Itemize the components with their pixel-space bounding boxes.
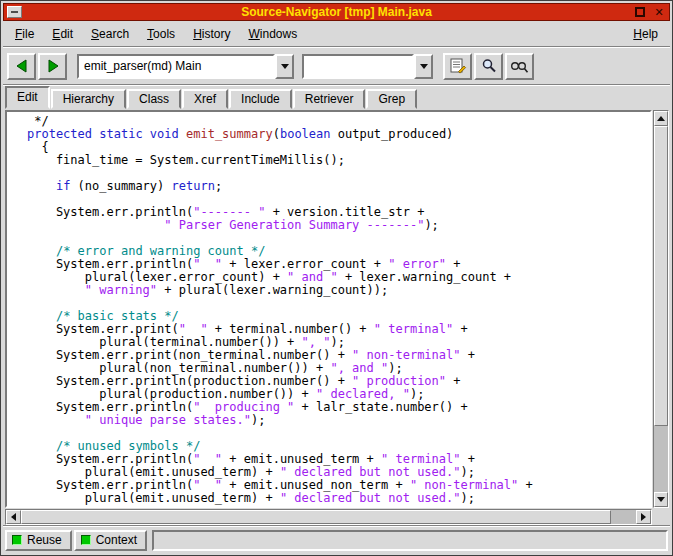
window-menu-icon[interactable]: [7, 6, 22, 18]
vertical-scroll-trough[interactable]: [654, 126, 668, 492]
code-line: " warning" + plural(lexer.warning_count)…: [27, 284, 650, 297]
toolbar: [3, 48, 670, 84]
search-combobox: [302, 54, 433, 79]
scrollbar-corner: [652, 509, 669, 525]
context-toggle-label: Context: [96, 533, 137, 547]
menu-bar: FileEditSearchToolsHistoryWindows Help: [3, 21, 670, 46]
code-line: if (no_summary) return;: [27, 180, 650, 193]
horizontal-scroll-thumb[interactable]: [21, 510, 611, 524]
code-line: plural(emit.unused_term) + " declared bu…: [27, 492, 650, 505]
symbol-combo-input[interactable]: [77, 54, 275, 79]
tab-include[interactable]: Include: [229, 89, 292, 109]
reuse-toggle[interactable]: Reuse: [5, 530, 72, 551]
scroll-right-icon: [641, 513, 646, 521]
retriever-button[interactable]: [505, 53, 534, 80]
search-combo-arrow-icon: [420, 64, 428, 69]
editor-area: */protected static void emit_summary(boo…: [3, 109, 670, 508]
tab-class[interactable]: Class: [127, 89, 181, 109]
scroll-up-button[interactable]: [654, 111, 668, 126]
code-line: " Parser Generation Summary -------");: [27, 219, 650, 232]
maximize-button[interactable]: [633, 6, 647, 19]
tab-edit[interactable]: Edit: [5, 86, 50, 109]
title-bar-buttons: ✕: [633, 6, 666, 19]
close-icon: ✕: [654, 7, 663, 18]
horizontal-scroll-trough[interactable]: [21, 510, 636, 524]
menu-search[interactable]: Search: [82, 22, 138, 46]
window-title: Source-Navigator [tmp] Main.java: [4, 5, 669, 19]
symbol-combo-arrow-button[interactable]: [275, 54, 294, 79]
code-line: protected static void emit_summary(boole…: [27, 128, 650, 141]
status-message-area: [152, 530, 668, 551]
menu-help[interactable]: Help: [624, 22, 667, 46]
window-menu-dash: [11, 11, 18, 13]
menu-history[interactable]: History: [184, 22, 239, 46]
reuse-toggle-label: Reuse: [27, 533, 62, 547]
nav-forward-button[interactable]: [38, 53, 67, 80]
menu-windows[interactable]: Windows: [239, 22, 306, 46]
code-editor[interactable]: */protected static void emit_summary(boo…: [5, 110, 652, 508]
find-button[interactable]: [474, 53, 503, 80]
status-bar: ReuseContext: [3, 527, 670, 553]
editor-window-button[interactable]: [443, 53, 472, 80]
bottom-scroll-row: [3, 508, 670, 525]
scroll-down-button[interactable]: [654, 492, 668, 507]
context-toggle-indicator: [81, 535, 91, 545]
scroll-left-button[interactable]: [6, 510, 21, 524]
close-button[interactable]: ✕: [652, 6, 666, 19]
horizontal-scrollbar[interactable]: [5, 509, 652, 525]
nav-back-button[interactable]: [7, 53, 36, 80]
retriever-icon: [510, 59, 529, 74]
nav-back-icon: [14, 59, 30, 73]
tab-xref[interactable]: Xref: [182, 89, 228, 109]
reuse-toggle-indicator: [12, 535, 22, 545]
tab-retriever[interactable]: Retriever: [293, 89, 366, 109]
code-line: " unique parse states.");: [27, 414, 650, 427]
menu-tools[interactable]: Tools: [138, 22, 184, 46]
context-toggle[interactable]: Context: [74, 530, 147, 551]
menu-bar-right: Help: [624, 21, 667, 46]
menu-bar-left: FileEditSearchToolsHistoryWindows: [6, 21, 306, 46]
nav-forward-icon: [45, 59, 61, 73]
symbol-combobox: [77, 54, 294, 79]
maximize-icon: [635, 7, 645, 17]
code-line: final_time = System.currentTimeMillis();: [27, 154, 650, 167]
scroll-left-icon: [11, 513, 16, 521]
app-window: Source-Navigator [tmp] Main.java ✕ FileE…: [0, 0, 673, 556]
menu-file[interactable]: File: [6, 22, 43, 46]
tab-grep[interactable]: Grep: [366, 89, 417, 109]
tab-hierarchy[interactable]: Hierarchy: [51, 89, 126, 109]
scroll-up-icon: [657, 116, 665, 121]
scroll-right-button[interactable]: [636, 510, 651, 524]
menu-edit[interactable]: Edit: [43, 22, 82, 46]
title-bar[interactable]: Source-Navigator [tmp] Main.java ✕: [3, 3, 670, 21]
symbol-combo-arrow-icon: [281, 64, 289, 69]
editor-window-icon: [449, 58, 467, 74]
find-icon: [481, 58, 497, 74]
vertical-scrollbar[interactable]: [653, 110, 669, 508]
scroll-down-icon: [657, 497, 665, 502]
vertical-scroll-thumb[interactable]: [654, 126, 668, 426]
tab-bar: EditHierarchyClassXrefIncludeRetrieverGr…: [3, 86, 670, 109]
search-combo-arrow-button[interactable]: [414, 54, 433, 79]
code-content: */protected static void emit_summary(boo…: [27, 115, 650, 505]
search-combo-input[interactable]: [302, 54, 414, 79]
